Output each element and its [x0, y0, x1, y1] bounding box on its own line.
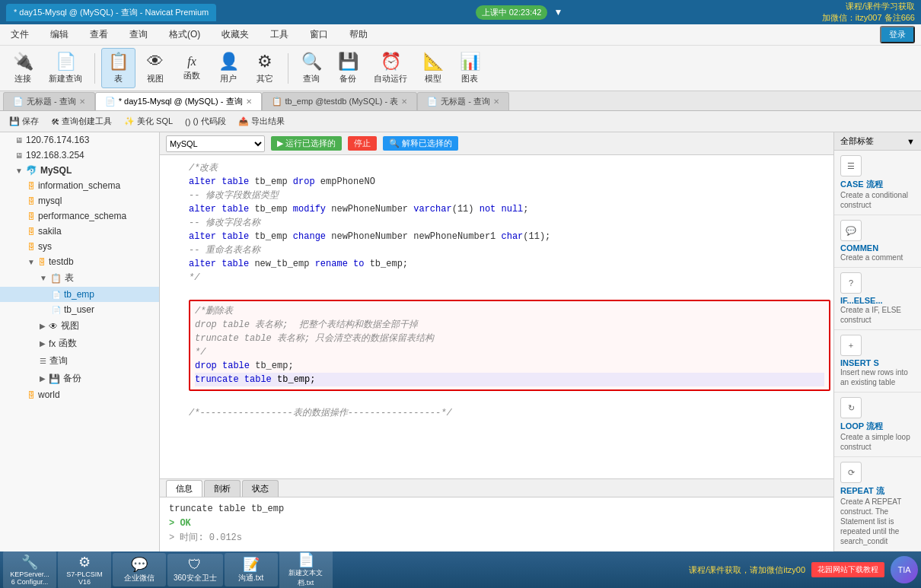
toolbar-func[interactable]: fx 函数	[175, 52, 209, 84]
snippet-case[interactable]: ☰ CASE 流程 Create a conditional construct	[834, 151, 921, 215]
tab-tb-emp[interactable]: 📋 tb_emp @testdb (MySQL) - 表 ✕	[262, 92, 418, 110]
snippet-comment[interactable]: 💬 COMMEN Create a comment	[834, 215, 921, 268]
title-tab-app[interactable]: * day15-Mysql @ (MySQL) - 查询 - Navicat P…	[6, 4, 216, 21]
export-icon: 📤	[238, 116, 249, 126]
loop-icon: ↻	[840, 397, 862, 418]
sidebar-backups[interactable]: ▶ 💾 备份	[0, 370, 159, 387]
result-line-3: > 时间: 0.012s	[169, 531, 824, 545]
dropdown-icon[interactable]: ▼	[553, 7, 562, 17]
menu-help[interactable]: 帮助	[345, 27, 372, 43]
tab-tb-emp-close[interactable]: ✕	[401, 97, 407, 106]
right-panel-dropdown[interactable]: ▼	[907, 137, 915, 146]
toolbar-connect[interactable]: 🔌 连接	[6, 49, 40, 87]
sidebar-views[interactable]: ▶ 👁 视图	[0, 317, 159, 335]
sidebar-tb-user-label: tb_user	[64, 304, 94, 315]
taskbar-sotalk[interactable]: 📝 沟通.txt	[225, 553, 278, 586]
sidebar-testdb[interactable]: ▼ 🗄 testdb	[0, 254, 159, 269]
toolbar-separator-1	[94, 53, 95, 84]
sidebar-tb-emp[interactable]: 📄 tb_emp	[0, 287, 159, 302]
code-line-12: drop table 表名称; 把整个表结构和数据全部干掉	[195, 318, 824, 332]
taskbar-newfile[interactable]: 📄 新建文本文 档.txt	[279, 548, 333, 588]
taskbar-s7[interactable]: ⚙ S7-PLCSIM V16	[58, 551, 111, 588]
beautify-button[interactable]: ✨ 美化 SQL	[121, 114, 176, 129]
code-snippet-button[interactable]: () () 代码段	[182, 114, 229, 129]
taskbar-360[interactable]: 🛡 360安全卫士	[167, 554, 223, 586]
save-button[interactable]: 💾 保存	[6, 114, 42, 129]
snippet-insert[interactable]: + INSERT S Insert new rows into an exist…	[834, 330, 921, 393]
result-tab-profile[interactable]: 剖析	[204, 480, 241, 497]
sidebar-tb-user[interactable]: 📄 tb_user	[0, 302, 159, 317]
user-icon: 👤	[218, 52, 239, 72]
table-icon: 📋	[108, 52, 129, 72]
tab-untitled2-close[interactable]: ✕	[493, 97, 499, 106]
sidebar-sys[interactable]: 🗄 sys	[0, 239, 159, 254]
tab-untitled1-close[interactable]: ✕	[79, 97, 85, 106]
toolbar-other-label: 其它	[257, 73, 273, 84]
snippet-insert-desc: Insert new rows into an existing table	[840, 367, 915, 387]
sidebar-info-schema-label: information_schema	[38, 180, 120, 191]
360-label: 360安全卫士	[174, 573, 217, 583]
toolbar-user[interactable]: 👤 用户	[212, 49, 245, 87]
toolbar-view[interactable]: 👁 视图	[139, 49, 172, 87]
tab-day15[interactable]: 📄 * day15-Mysql @ (MySQL) - 查询 ✕	[95, 92, 262, 110]
toolbar-schedule[interactable]: ⏰ 自动运行	[368, 49, 413, 87]
tab-tb-emp-icon: 📋	[272, 97, 282, 106]
menu-query[interactable]: 查询	[125, 27, 152, 43]
toolbar-model[interactable]: 📐 模型	[416, 49, 450, 87]
db-selector[interactable]: MySQL	[166, 135, 265, 152]
query-creator-button[interactable]: 🛠 查询创建工具	[48, 114, 115, 129]
tab-untitled1[interactable]: 📄 无标题 - 查询 ✕	[3, 92, 95, 110]
sidebar-ip1[interactable]: 🖥 120.76.174.163	[0, 132, 159, 148]
sidebar-sakila[interactable]: 🗄 sakila	[0, 224, 159, 239]
tab-untitled2[interactable]: 📄 无标题 - 查询 ✕	[417, 92, 509, 110]
sidebar-queries[interactable]: ☰ 查询	[0, 352, 159, 370]
views-icon: 👁	[49, 321, 58, 332]
snippet-repeat[interactable]: ⟳ REPEAT 流 Create A REPEAT construct. Th…	[834, 457, 921, 551]
sidebar-world[interactable]: 🗄 world	[0, 387, 159, 402]
snippet-ifelse[interactable]: ? IF...ELSE... Create a IF, ELSE constru…	[834, 268, 921, 330]
explain-button[interactable]: 🔍 解释已选择的	[383, 136, 458, 151]
toolbar-chart[interactable]: 📊 图表	[453, 49, 486, 87]
sidebar-info-schema[interactable]: 🗄 information_schema	[0, 178, 159, 193]
result-tab-status[interactable]: 状态	[242, 480, 279, 497]
menu-favorites[interactable]: 收藏夹	[217, 27, 253, 43]
export-button[interactable]: 📤 导出结果	[235, 114, 288, 129]
sidebar-funcs[interactable]: ▶ fx 函数	[0, 335, 159, 352]
toolbar-backup[interactable]: 💾 备份	[331, 49, 365, 87]
menu-format[interactable]: 格式(O)	[164, 27, 205, 43]
taskbar-promo: 课程/课件获取，请加微信itzy00	[689, 564, 805, 576]
toolbar-new-query[interactable]: 📄 新建查询	[43, 49, 88, 87]
tab-day15-close[interactable]: ✕	[246, 97, 252, 106]
db-icon3: 🗄	[27, 212, 35, 221]
toolbar-query[interactable]: 🔍 查询	[295, 49, 328, 87]
code-line-18: /*-----------------表的数据操作---------------…	[189, 406, 830, 420]
result-tab-info[interactable]: 信息	[166, 480, 202, 497]
sidebar-mysql[interactable]: ▼ 🐬 MySQL	[0, 163, 159, 178]
menu-file[interactable]: 文件	[6, 27, 33, 43]
taskbar-kepserver[interactable]: 🔧 KEPServer... 6 Configur...	[3, 551, 56, 588]
taskbar-wechat[interactable]: 💬 企业微信	[113, 553, 166, 586]
login-button[interactable]: 登录	[880, 26, 915, 43]
sidebar-perf-schema[interactable]: 🗄 performance_schema	[0, 208, 159, 224]
tab-tb-emp-label: tb_emp @testdb (MySQL) - 表	[285, 96, 399, 107]
toolbar-table[interactable]: 📋 表	[101, 48, 135, 88]
sidebar-tables[interactable]: ▼ 📋 表	[0, 269, 159, 287]
code-editor[interactable]: /*改表 alter table tb_emp drop empPhoneNO …	[160, 155, 833, 478]
schedule-icon: ⏰	[381, 52, 401, 72]
snippet-loop[interactable]: ↻ LOOP 流程 Create a simple loop construct	[834, 393, 921, 457]
db-icon5: 🗄	[27, 243, 35, 251]
menu-window[interactable]: 窗口	[305, 27, 333, 43]
tab-untitled2-label: 无标题 - 查询	[441, 96, 490, 107]
menu-tools[interactable]: 工具	[266, 27, 293, 43]
code-line-7: -- 重命名表名称	[189, 243, 830, 257]
menu-edit[interactable]: 编辑	[46, 27, 73, 43]
stop-button[interactable]: 停止	[348, 136, 377, 151]
sotalk-icon: 📝	[231, 556, 272, 573]
sidebar-sakila-label: sakila	[38, 226, 62, 237]
sidebar-mysql-db[interactable]: 🗄 mysql	[0, 193, 159, 208]
sidebar-ip2[interactable]: 🖥 192.168.3.254	[0, 148, 159, 163]
menu-view[interactable]: 查看	[85, 27, 113, 43]
run-selected-button[interactable]: ▶ 运行已选择的	[271, 136, 342, 151]
toolbar-other[interactable]: ⚙ 其它	[248, 49, 282, 87]
code-line-8: alter table new_tb_emp rename to tb_emp;	[189, 257, 830, 271]
